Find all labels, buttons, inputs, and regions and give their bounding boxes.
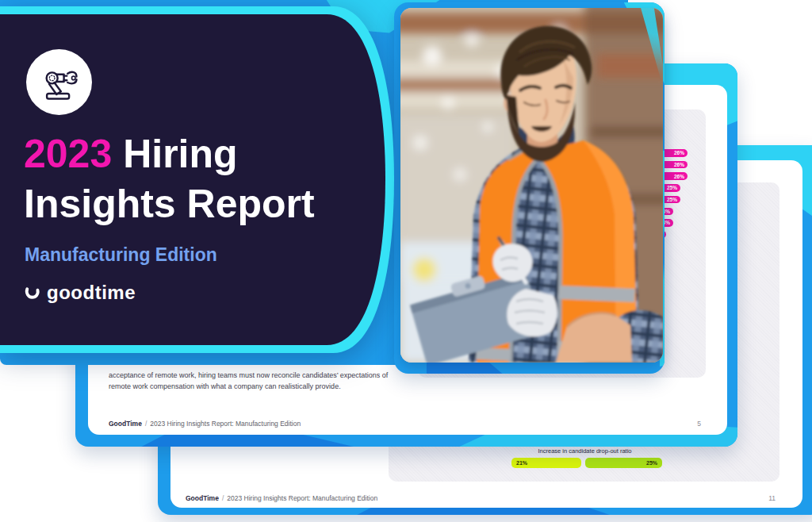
warehouse-worker-illustration (400, 8, 663, 363)
page-number-11: 11 (752, 494, 776, 502)
green-bar: 21% (511, 458, 581, 468)
cover-subtitle: Manufacturing Edition (25, 244, 217, 266)
cover-title: 2023 Hiring Insights Report (24, 129, 396, 229)
cover-title-word: Hiring (112, 132, 237, 176)
footer-report-title: 2023 Hiring Insights Report: Manufacturi… (150, 420, 301, 428)
robot-icon-badge (26, 49, 92, 115)
page-number-5: 5 (684, 420, 701, 428)
dropout-chart-title: Increase in candidate drop-out ratio (492, 447, 678, 455)
cover-title-line-1: 2023 Hiring (24, 129, 396, 179)
cover-photo-warehouse-worker (400, 8, 663, 363)
robot-arm-icon (37, 60, 82, 105)
page-5-footer: GoodTime/2023 Hiring Insights Report: Ma… (109, 420, 301, 428)
footer-separator: / (222, 494, 224, 502)
footer-separator: / (145, 420, 147, 428)
goodtime-logo: goodtime (24, 282, 136, 304)
footer-brand: GoodTime (186, 494, 219, 502)
report-composite: Increase in candidate drop-out ratio 21%… (0, 0, 812, 522)
goodtime-logo-text: goodtime (47, 282, 136, 304)
green-bar: 25% (585, 458, 662, 468)
goodtime-logo-icon (24, 285, 40, 301)
page-11-footer: GoodTime/2023 Hiring Insights Report: Ma… (186, 494, 377, 502)
cover-title-year: 2023 (24, 132, 112, 176)
paragraph-line: acceptance of remote work, hiring teams … (109, 370, 418, 381)
footer-report-title: 2023 Hiring Insights Report: Manufacturi… (227, 494, 377, 502)
cover-title-line-2: Insights Report (24, 179, 396, 229)
footer-brand: GoodTime (109, 420, 142, 428)
paragraph-line: remote work compensation with what a com… (109, 381, 418, 392)
page-5-paragraph: acceptance of remote work, hiring teams … (109, 370, 418, 392)
